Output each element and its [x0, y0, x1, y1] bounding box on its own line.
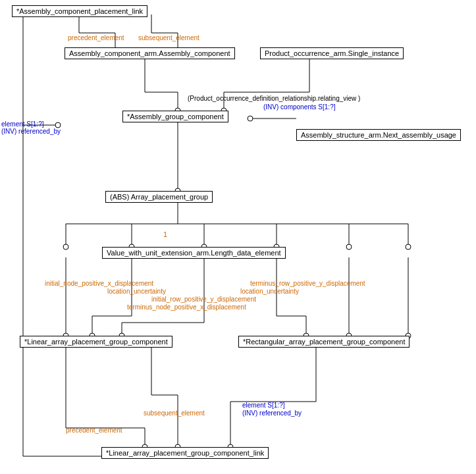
label-initial-node: initial_node_positive_x_displacement: [45, 280, 153, 287]
label-one: 1: [163, 230, 167, 238]
label-product-occurrence-def: (Product_occurrence_definition_relations…: [188, 95, 360, 102]
box-product-occurrence-arm: Product_occurrence_arm.Single_instance: [260, 47, 404, 59]
label-location-uncertainty-right: location_uncertainty: [240, 288, 299, 295]
label-precedent-element: precedent_element: [68, 34, 124, 41]
box-array-placement-group: (ABS) Array_placement_group: [105, 191, 213, 203]
label-precedent-element-bottom: precedent_element: [66, 427, 122, 434]
connection-lines: [0, 0, 476, 474]
label-inv-referenced-by-bottom: (INV) referenced_by: [242, 409, 302, 417]
svg-point-18: [55, 122, 61, 128]
box-assembly-component-placement-link: *Assembly_component_placement_link: [12, 5, 147, 17]
box-assembly-structure-arm: Assembly_structure_arm.Next_assembly_usa…: [296, 129, 461, 141]
label-location-uncertainty-left: location_uncertainty: [107, 288, 166, 295]
label-terminus-row: terminus_row_positive_y_displacement: [250, 280, 365, 287]
svg-point-16: [248, 116, 253, 121]
label-terminus-node: terminus_node_positive_x_displacement: [127, 303, 246, 311]
label-element-s-bottom: element S[1:?]: [242, 402, 284, 409]
box-linear-array-link: *Linear_array_placement_group_component_…: [101, 447, 269, 459]
label-inv-referenced-by-top: (INV) referenced_by: [1, 128, 61, 135]
label-subsequent-element-bottom: subsequent_element: [144, 409, 205, 417]
svg-point-31: [346, 244, 352, 250]
svg-point-23: [63, 244, 68, 250]
box-rectangular-array: *Rectangular_array_placement_group_compo…: [238, 336, 410, 348]
box-assembly-group-component: *Assembly_group_component: [122, 111, 228, 122]
svg-point-33: [406, 244, 411, 250]
label-inv-components: (INV) components S[1:?]: [263, 103, 336, 111]
label-initial-row: initial_row_positive_y_displacement: [151, 296, 256, 303]
label-element-s: element S[1:?]: [1, 120, 43, 128]
diagram-container: *Assembly_component_placement_link Assem…: [0, 0, 476, 474]
box-assembly-component-arm: Assembly_component_arm.Assembly_componen…: [65, 47, 235, 59]
box-value-with-unit: Value_with_unit_extension_arm.Length_dat…: [102, 247, 286, 259]
box-linear-array: *Linear_array_placement_group_component: [20, 336, 172, 348]
label-subsequent-element-top: subsequent_element: [138, 34, 199, 41]
